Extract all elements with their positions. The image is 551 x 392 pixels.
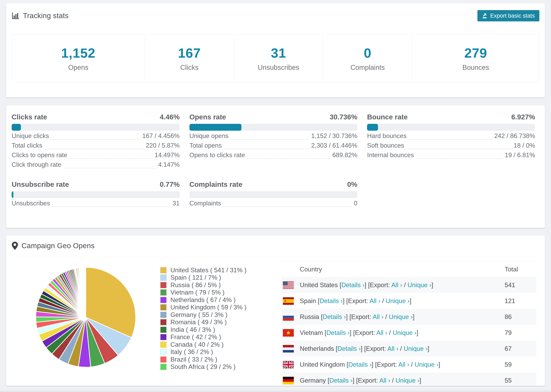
- rate-row-value: 2,303 / 61.446%: [311, 142, 357, 149]
- export-all-link-netherlands[interactable]: All ›: [387, 345, 398, 352]
- link-separator: ]: [413, 313, 414, 320]
- table-row-germany: Germany [Details ›] [Export: All › / Uni…: [282, 372, 537, 386]
- total-cell: 79: [505, 329, 537, 336]
- column-header-total: Total: [505, 266, 537, 273]
- rate-progress-fill: [190, 124, 241, 131]
- geo-table-header: Country Total: [282, 261, 537, 277]
- legend-label: Netherlands ( 67 / 4% ): [170, 296, 235, 304]
- rate-row-label: Unique opens: [190, 132, 228, 140]
- counter-clicks: 167Clicks: [145, 35, 234, 82]
- rate-block-head: Complaints rate0%: [190, 181, 357, 189]
- legend-item-united-kingdom: United Kingdom ( 59 / 3% ): [160, 304, 282, 311]
- rate-row-value: 689.82%: [332, 152, 357, 159]
- rate-row: Opens to clicks rate689.82%: [190, 152, 357, 161]
- link-separator: /: [402, 281, 407, 288]
- legend-label: Brazil ( 33 / 2% ): [170, 356, 217, 363]
- counter-unsubscribes: 31Unsubscribes: [234, 35, 323, 82]
- details-link-united-states[interactable]: Details ›: [341, 281, 365, 288]
- legend-swatch: [160, 297, 167, 303]
- country-cell: United Kingdom [Details ›] [Export: All …: [300, 361, 505, 368]
- rate-row: Click through rate4.147%: [12, 161, 180, 171]
- details-link-spain[interactable]: Details ›: [319, 297, 343, 304]
- export-unique-link-united-kingdom[interactable]: Unique ›: [414, 361, 438, 368]
- details-link-netherlands[interactable]: Details ›: [338, 345, 361, 352]
- counter-value: 279: [464, 45, 487, 61]
- dotted-leader: [52, 207, 170, 207]
- legend-swatch: [160, 327, 167, 333]
- rate-row-value: 18 / 0%: [514, 142, 535, 149]
- details-link-united-kingdom[interactable]: Details ›: [348, 361, 372, 368]
- legend-item-russia: Russia ( 86 / 5% ): [160, 281, 282, 289]
- legend-item-brazil: Brazil ( 33 / 2% ): [160, 356, 282, 363]
- rate-title: Unsubscribe rate: [12, 181, 69, 189]
- legend-label: India ( 46 / 3% ): [170, 326, 215, 333]
- legend-swatch: [160, 274, 167, 281]
- rate-block-head: Opens rate30.736%: [190, 113, 357, 122]
- legend-label: Russia ( 86 / 5% ): [170, 281, 221, 289]
- export-all-link-vietnam[interactable]: All ›: [376, 329, 387, 336]
- link-separator: [: [347, 361, 348, 368]
- link-separator: /: [398, 345, 404, 352]
- total-cell: 55: [505, 377, 537, 384]
- legend-swatch: [160, 334, 167, 340]
- rate-progress-fill: [12, 191, 13, 198]
- details-link-germany[interactable]: Details ›: [329, 377, 353, 384]
- link-separator: ]: [428, 345, 429, 352]
- legend-item-france: France ( 42 / 2% ): [160, 334, 282, 341]
- rate-progress-bar: [12, 124, 180, 131]
- export-unique-link-germany[interactable]: Unique ›: [396, 377, 419, 384]
- export-unique-link-vietnam[interactable]: Unique ›: [393, 329, 417, 336]
- dotted-leader: [44, 149, 144, 149]
- counter-label: Unsubscribes: [258, 64, 299, 71]
- export-unique-link-russia[interactable]: Unique ›: [389, 313, 413, 320]
- rate-block-head: Unsubscribe rate0.77%: [12, 181, 180, 189]
- export-all-link-spain[interactable]: All ›: [369, 297, 380, 304]
- bar-chart-icon: [12, 12, 20, 20]
- flag-gb-icon: [283, 361, 294, 368]
- rate-row-value: 220 / 5.87%: [146, 142, 179, 149]
- export-unique-link-spain[interactable]: Unique ›: [386, 297, 410, 304]
- rate-row-label: Total opens: [190, 142, 222, 149]
- rate-row-label: Unique clicks: [12, 132, 49, 140]
- dotted-leader: [224, 149, 309, 149]
- link-separator: /: [409, 361, 415, 368]
- export-all-link-united-kingdom[interactable]: All ›: [398, 361, 409, 368]
- details-link-vietnam[interactable]: Details ›: [326, 329, 350, 336]
- counter-value: 167: [178, 45, 201, 61]
- export-all-link-united-states[interactable]: All ›: [391, 281, 402, 288]
- rate-row-label: Click through rate: [12, 161, 61, 168]
- total-cell: 86: [505, 313, 537, 321]
- details-link-russia[interactable]: Details ›: [323, 313, 346, 320]
- geo-header: Campaign Geo Opens: [12, 235, 539, 256]
- legend-label: Italy ( 36 / 2% ): [170, 348, 213, 356]
- link-separator: /: [387, 329, 393, 336]
- link-separator: ]: [419, 377, 421, 384]
- country-cell: Germany [Details ›] [Export: All › / Uni…: [300, 377, 505, 384]
- country-cell: Vietnam [Details ›] [Export: All › / Uni…: [300, 329, 505, 336]
- country-cell: Spain [Details ›] [Export: All › / Uniqu…: [300, 297, 505, 305]
- geo-title: Campaign Geo Opens: [21, 242, 95, 250]
- rate-rows: Unsubscribes31: [12, 200, 180, 209]
- export-icon: [482, 13, 488, 19]
- geo-table: Country Total United States [Details ›] …: [282, 256, 537, 386]
- rate-block-bounce-rate: Bounce rate6.927%Hard bounces242 / 86.73…: [367, 113, 535, 171]
- legend-label: Germany ( 55 / 3% ): [170, 311, 227, 318]
- rate-progress-fill: [367, 124, 378, 131]
- rates-card: Clicks rate4.46%Unique clicks167 / 4.456…: [6, 105, 545, 228]
- country-name: United Kingdom: [300, 361, 347, 368]
- flag-us-icon: [283, 281, 294, 289]
- country-name: Vietnam: [300, 329, 325, 336]
- rate-rows: Unique opens1,152 / 30.736%Total opens2,…: [190, 132, 357, 161]
- counter-value: 31: [271, 45, 286, 61]
- export-basic-stats-button[interactable]: Export basic stats: [477, 10, 539, 21]
- export-all-link-germany[interactable]: All ›: [379, 377, 390, 384]
- rate-row: Unique clicks167 / 4.456%: [12, 132, 180, 142]
- export-unique-link-united-states[interactable]: Unique ›: [407, 281, 431, 288]
- link-separator: ]: [410, 297, 411, 304]
- legend-label: United Kingdom ( 59 / 3% ): [170, 304, 247, 311]
- export-all-link-russia[interactable]: All ›: [373, 313, 384, 320]
- rate-row: Total clicks220 / 5.87%: [12, 142, 180, 152]
- export-unique-link-netherlands[interactable]: Unique ›: [404, 345, 428, 352]
- link-separator: ]: [431, 281, 433, 288]
- rate-row-label: Clicks to opens rate: [12, 152, 67, 159]
